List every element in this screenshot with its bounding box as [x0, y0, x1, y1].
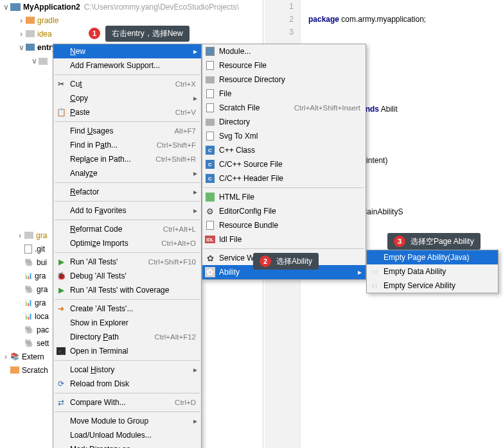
module-icon: [26, 44, 35, 51]
file-icon: [24, 245, 32, 254]
annotation-text: 选择Ability: [276, 256, 312, 267]
cpp-icon: C: [205, 145, 215, 155]
context-menu-ability[interactable]: ⋮⋮Empty Page Ability(Java) ⋮⋮Empty Data …: [366, 250, 499, 293]
menu-item-show-explorer[interactable]: Show in Explorer: [53, 316, 201, 330]
menu-item-resource-dir[interactable]: Resource Directory: [202, 73, 366, 87]
menu-item-add-favorites[interactable]: Add to Favorites▸: [53, 203, 201, 218]
menu-item-svg-to-xml[interactable]: Svg To Xml: [202, 129, 366, 143]
file-icon: [205, 103, 215, 113]
menu-item-empty-page-ability[interactable]: ⋮⋮Empty Page Ability(Java): [367, 250, 498, 264]
menu-item-refactor[interactable]: Refactor▸: [53, 185, 201, 199]
menu-item-add-framework[interactable]: Add Framework Support...: [53, 58, 201, 73]
menu-item-move-module[interactable]: Move Module to Group▸: [53, 414, 201, 428]
menu-item-empty-data-ability[interactable]: ⋮⋮Empty Data Ability: [367, 264, 498, 279]
chevron-down-icon: ∨: [17, 43, 26, 52]
menu-item-scratch-file[interactable]: Scratch FileCtrl+Alt+Shift+Insert: [202, 101, 366, 115]
chevron-down-icon: ∨: [1, 3, 10, 12]
cut-icon: ✂: [56, 79, 66, 89]
menu-item-resource-file[interactable]: Resource File: [202, 58, 366, 73]
cpp-icon: C: [205, 173, 215, 184]
tree-item-label: gradle: [37, 16, 58, 25]
bug-icon: 🐞: [56, 271, 66, 281]
folder-icon: [26, 17, 35, 24]
chevron-right-icon: ›: [17, 30, 26, 39]
play-coverage-icon: ▶: [56, 285, 66, 295]
project-root-row[interactable]: ∨ MyApplication2 C:\Users\rommy.yang\Dev…: [0, 0, 263, 13]
svg-icon: [205, 131, 215, 141]
file-icon: [205, 89, 215, 99]
terminal-icon: >_: [56, 346, 66, 356]
menu-item-reload-disk[interactable]: ⟳Reload from Disk: [53, 377, 201, 391]
arrow-right-icon: ➜: [56, 304, 66, 314]
module-icon: [10, 3, 21, 11]
menu-item-optimize-imports[interactable]: Optimize ImportsCtrl+Alt+O: [53, 236, 201, 250]
menu-item-directory[interactable]: Directory: [202, 115, 366, 129]
menu-item-run[interactable]: ▶Run 'All Tests'Ctrl+Shift+F10: [53, 255, 201, 269]
idl-icon: IDL: [205, 234, 215, 245]
menu-item-load-unload[interactable]: Load/Unload Modules...: [53, 428, 201, 442]
cpp-icon: C: [205, 159, 215, 169]
folder-icon: [205, 74, 215, 85]
annotation-callout-1: 右击entry，选择New: [105, 26, 190, 42]
dots-icon: ⋮⋮: [369, 266, 380, 277]
menu-item-cpp-class[interactable]: CC++ Class: [202, 143, 366, 157]
menu-item-find-in-path[interactable]: Find in Path...Ctrl+Shift+F: [53, 138, 201, 152]
context-menu-primary[interactable]: New▸ Add Framework Support... ✂CutCtrl+X…: [53, 44, 202, 448]
menu-item-editorconfig[interactable]: ⚙EditorConfig File: [202, 204, 366, 218]
menu-item-resource-bundle[interactable]: Resource Bundle: [202, 218, 366, 232]
module-icon: [205, 46, 215, 56]
menu-item-open-terminal[interactable]: >_Open in Terminal: [53, 344, 201, 358]
folder-icon: [26, 30, 35, 37]
menu-item-debug[interactable]: 🐞Debug 'All Tests': [53, 269, 201, 283]
menu-item-cpp-source[interactable]: CC/C++ Source File: [202, 157, 366, 171]
dots-icon: ⋮⋮: [369, 280, 380, 291]
project-root-path: C:\Users\rommy.yang\DevEcoStudioProjects…: [84, 3, 239, 12]
menu-item-empty-service-ability[interactable]: ⋮⋮Empty Service Ability: [367, 279, 498, 293]
folder-icon: [39, 58, 48, 65]
folder-icon: [10, 366, 19, 374]
menu-item-module[interactable]: Module...: [202, 44, 366, 58]
gear-icon: ⚙: [205, 206, 215, 216]
tree-item[interactable]: › gradle: [0, 13, 263, 27]
menu-item-paste[interactable]: 📋PasteCtrl+V: [53, 105, 201, 119]
menu-item-cpp-header[interactable]: CC/C++ Header File: [202, 171, 366, 185]
ability-icon: ✿: [205, 267, 215, 277]
menu-item-reformat[interactable]: Reformat CodeCtrl+Alt+L: [53, 222, 201, 236]
menu-item-replace-in-path[interactable]: Replace in Path...Ctrl+Shift+R: [53, 152, 201, 166]
annotation-text: 选择空Page Ability: [410, 236, 474, 247]
annotation-badge-2: 2: [260, 255, 271, 267]
menu-item-idl-file[interactable]: IDLIdl File: [202, 232, 366, 246]
gear-icon: ✿: [205, 253, 215, 263]
annotation-badge-1: 1: [89, 28, 100, 39]
chevron-right-icon: ›: [17, 16, 26, 25]
menu-item-run-coverage[interactable]: ▶Run 'All Tests' with Coverage: [53, 283, 201, 297]
dots-icon: ⋮⋮: [369, 252, 380, 263]
tree-item-label: idea: [37, 30, 52, 39]
bundle-icon: [205, 220, 215, 230]
menu-item-html-file[interactable]: HTML File: [202, 190, 366, 204]
menu-item-cut[interactable]: ✂CutCtrl+X: [53, 77, 201, 91]
menu-item-local-history[interactable]: Local History▸: [53, 363, 201, 377]
reload-icon: ⟳: [56, 379, 66, 389]
compare-icon: ⇄: [56, 397, 66, 408]
menu-item-mark-directory[interactable]: Mark Directory as▸: [53, 442, 201, 448]
annotation-badge-3: 3: [394, 236, 405, 247]
menu-item-file[interactable]: File: [202, 87, 366, 101]
play-icon: ▶: [56, 257, 66, 267]
chevron-down-icon: ∨: [30, 56, 39, 65]
menu-item-find-usages[interactable]: Find UsagesAlt+F7: [53, 124, 201, 138]
annotation-callout-3: 3 选择空Page Ability: [387, 233, 481, 250]
html-icon: [205, 192, 215, 202]
context-menu-new[interactable]: Module... Resource File Resource Directo…: [202, 44, 366, 280]
menu-item-new[interactable]: New▸: [53, 44, 201, 58]
menu-item-directory-path[interactable]: Directory PathCtrl+Alt+F12: [53, 330, 201, 344]
folder-icon: [205, 117, 215, 127]
paste-icon: 📋: [56, 107, 66, 117]
menu-item-create-tests[interactable]: ➜Create 'All Tests'...: [53, 302, 201, 316]
menu-item-analyze[interactable]: Analyze▸: [53, 166, 201, 180]
menu-item-compare[interactable]: ⇄Compare With...Ctrl+D: [53, 395, 201, 409]
folder-icon: [24, 232, 33, 239]
file-icon: [205, 60, 215, 71]
project-root-label: MyApplication2: [23, 3, 80, 12]
menu-item-copy[interactable]: Copy▸: [53, 91, 201, 105]
